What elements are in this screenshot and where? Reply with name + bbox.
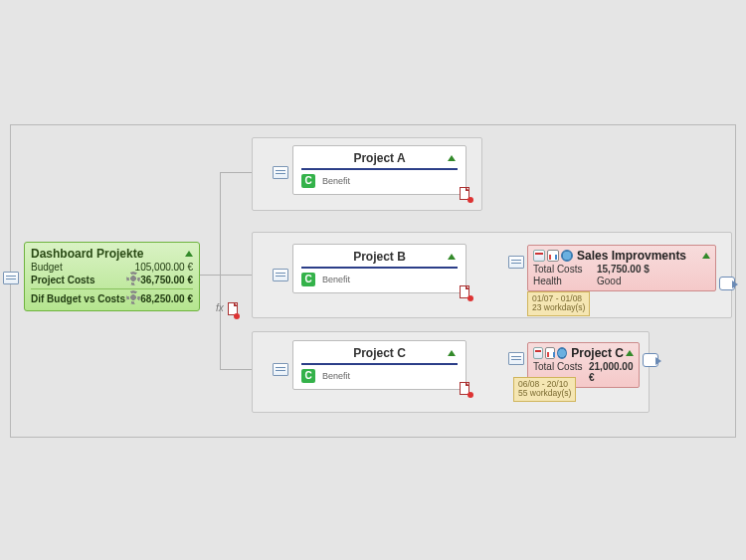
collapse-icon[interactable] (626, 350, 634, 356)
dashboard-card[interactable]: Dashboard Projekte Budget 105,000.00 € P… (24, 242, 200, 311)
project-card-a[interactable]: Project A C Benefit (292, 145, 466, 195)
costs-value: 21,000.00 € (589, 361, 634, 383)
collapse-icon[interactable] (448, 155, 456, 161)
doc-icon (228, 302, 238, 317)
benefit-label: Benefit (322, 371, 350, 381)
link-out-icon[interactable] (719, 277, 735, 290)
collapse-icon[interactable] (448, 254, 456, 260)
connector (220, 172, 252, 173)
project-card-b[interactable]: Project B C Benefit (292, 244, 466, 293)
node-icon (508, 352, 524, 365)
benefit-label: Benefit (322, 275, 350, 284)
status-badge: C (301, 369, 315, 383)
health-value: Good (597, 276, 621, 286)
project-title: Project B (353, 250, 406, 264)
node-icon (508, 256, 524, 269)
budget-label: Budget (31, 262, 63, 273)
link-out-icon[interactable] (643, 353, 658, 367)
globe-icon (557, 347, 567, 359)
collapse-icon[interactable] (448, 350, 456, 356)
connector (220, 275, 252, 276)
chart-icon (545, 347, 555, 359)
project-card-c[interactable]: Project C C Benefit (292, 340, 466, 390)
calendar-icon (533, 347, 543, 359)
separator (31, 288, 193, 289)
card-rule (301, 363, 458, 365)
attachment-icon[interactable] (460, 187, 471, 201)
node-icon (273, 269, 288, 281)
attachment-icon[interactable] (460, 382, 471, 396)
health-label: Health (533, 276, 591, 286)
attachment-icon[interactable] (460, 285, 471, 299)
collapse-icon[interactable] (702, 253, 710, 259)
status-badge: C (301, 273, 315, 286)
card-rule (301, 267, 458, 269)
costs-label: Project Costs (31, 275, 94, 285)
node-icon (3, 272, 19, 284)
detail-card-sales[interactable]: Sales Improvments Total Costs 15,750.00 … (527, 245, 716, 291)
period-badge-sales: 01/07 - 01/08 23 workday(s) (527, 291, 590, 316)
detail-title: Project C (571, 346, 624, 360)
node-icon (273, 363, 288, 376)
detail-title: Sales Improvments (577, 249, 700, 263)
chart-icon (547, 250, 559, 262)
dif-label: Dif Budget vs Costs (31, 293, 125, 304)
connector (200, 275, 220, 276)
card-rule (301, 168, 458, 170)
dashboard-title: Dashboard Projekte (31, 247, 143, 261)
diagram-canvas[interactable]: Dashboard Projekte Budget 105,000.00 € P… (10, 124, 736, 438)
connector (220, 369, 252, 370)
costs-value: 15,750.00 $ (597, 264, 650, 275)
gear-icon (128, 292, 138, 302)
project-title: Project A (353, 151, 405, 165)
project-title: Project C (353, 346, 406, 360)
fx-icon: fx (216, 302, 224, 313)
budget-value: 105,000.00 € (135, 262, 193, 273)
collapse-icon[interactable] (185, 251, 193, 257)
dif-value: 68,250.00 € (128, 292, 193, 304)
node-icon (273, 166, 288, 179)
costs-label: Total Costs (533, 264, 591, 275)
status-badge: C (301, 174, 315, 188)
period-badge-projc: 06/08 - 20/10 55 workday(s) (513, 377, 576, 402)
globe-icon (561, 250, 573, 262)
calendar-icon (533, 250, 545, 262)
benefit-label: Benefit (322, 176, 350, 186)
gear-icon (128, 274, 138, 283)
costs-value: 36,750.00 € (128, 274, 193, 285)
connector (220, 172, 221, 369)
